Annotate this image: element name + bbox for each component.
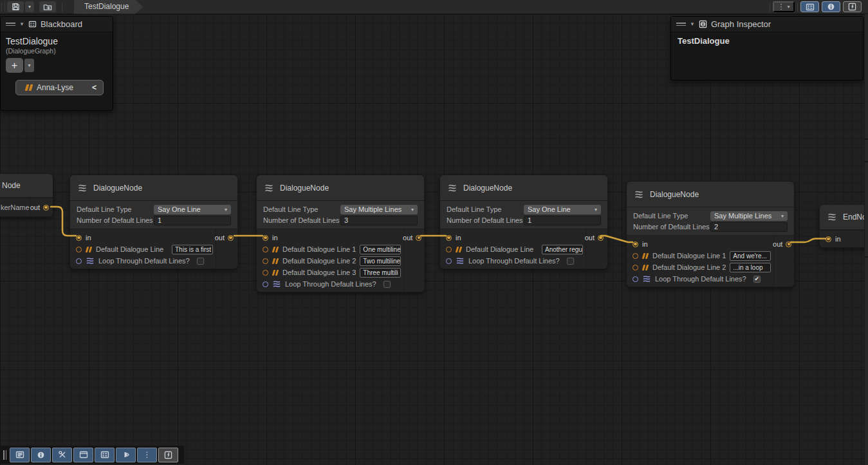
node-properties: Default Line Type Say Multiple Lines ▾ N…	[627, 207, 794, 235]
open-asset-button[interactable]	[39, 1, 56, 12]
dialogue-line-field[interactable]: Another regu	[542, 245, 583, 254]
loop-checkbox[interactable]	[567, 258, 574, 265]
preview-toggle-button[interactable]	[843, 1, 862, 12]
node-title-bar[interactable]: Node	[0, 174, 53, 198]
loop-checkbox[interactable]	[383, 281, 391, 288]
blackboard-icon	[28, 21, 37, 28]
console-button[interactable]	[10, 448, 30, 462]
dialogue-node-3[interactable]: DialogueNode Default Line Type Say One L…	[439, 175, 608, 269]
dialogue-line-port[interactable]	[263, 247, 268, 252]
collapse-arrow-icon[interactable]: ▼	[690, 21, 695, 27]
num-lines-field[interactable]: 1	[154, 216, 231, 225]
panel-title: Graph Inspector	[711, 19, 771, 29]
out-port[interactable]	[786, 242, 791, 247]
field-value: 3	[344, 216, 348, 224]
tools-button[interactable]	[52, 448, 72, 462]
loop-checkbox[interactable]: ✔	[753, 276, 761, 283]
save-button[interactable]	[7, 1, 24, 12]
out-port[interactable]	[228, 235, 234, 241]
preview-button[interactable]	[158, 448, 178, 462]
in-port[interactable]	[633, 242, 638, 247]
line-type-dropdown[interactable]: Say One Line ▾	[154, 205, 231, 214]
line-type-dropdown[interactable]: Say One Line ▾	[524, 205, 601, 214]
num-lines-field[interactable]: 1	[524, 216, 601, 225]
num-lines-field[interactable]: 3	[340, 216, 418, 225]
graph-tab[interactable]: TestDialogue	[74, 0, 143, 14]
dialogue-line-field[interactable]: Three multili	[360, 268, 401, 278]
drag-handle-icon[interactable]	[676, 23, 686, 26]
dialogue-line-label: Default Dialogue Line 1	[282, 245, 356, 253]
node-title-bar[interactable]: DialogueNode	[440, 175, 607, 201]
out-port[interactable]	[416, 235, 421, 241]
in-port[interactable]	[263, 235, 268, 241]
overflow-menu-button[interactable]: ⋮ ▾	[773, 1, 795, 12]
add-variable-button[interactable]: +	[6, 58, 23, 73]
field-value: 1	[158, 216, 162, 224]
loop-port[interactable]	[446, 258, 452, 264]
dialogue-line-field[interactable]: This is a first	[172, 245, 213, 254]
dialogue-node-1[interactable]: DialogueNode Default Line Type Say One L…	[69, 175, 238, 269]
variable-anna-lyse[interactable]: Anna-Lyse <	[15, 80, 104, 95]
graph-inspector-panel[interactable]: ▼ Graph Inspector TestDialogue	[670, 16, 863, 81]
blackboard-header[interactable]: ▼ Blackboard	[1, 17, 113, 32]
inspector-info-icon	[37, 451, 45, 459]
expand-variable-icon[interactable]: <	[92, 83, 97, 92]
dialogue-node-2[interactable]: DialogueNode Default Line Type Say Multi…	[256, 175, 425, 292]
in-port[interactable]	[826, 236, 831, 242]
save-options-button[interactable]: ▾	[25, 1, 34, 12]
blackboard-toggle-button[interactable]	[800, 1, 819, 12]
window-button[interactable]	[73, 448, 93, 462]
dialogue-line-field[interactable]: ...in a loop	[730, 263, 771, 272]
line-type-dropdown[interactable]: Say Multiple Lines ▾	[340, 205, 418, 214]
dialogue-line-field[interactable]: And we're...	[730, 251, 771, 261]
node-title-bar[interactable]: DialogueNode	[70, 175, 237, 201]
overflow-menu-button[interactable]: ⋮	[137, 448, 157, 462]
loop-port[interactable]	[633, 276, 638, 282]
dialogue-line-port[interactable]	[263, 258, 268, 264]
blackboard-panel[interactable]: ▼ Blackboard TestDialogue (DialogueGraph…	[0, 16, 113, 111]
dialogue-line-field[interactable]: Two multiline	[360, 256, 401, 266]
minimap-button[interactable]	[116, 448, 136, 462]
node-title-bar[interactable]: EndNode	[820, 205, 868, 230]
in-port[interactable]	[76, 235, 82, 241]
end-node[interactable]: EndNode in	[819, 204, 868, 248]
out-port-label: out	[30, 204, 40, 211]
graph-canvas[interactable]: Node kerName out DialogueNode Default Li…	[0, 14, 868, 465]
line-type-dropdown[interactable]: Say Multiple Lines ▾	[710, 211, 788, 221]
dialogue-line-field[interactable]: One multiline	[360, 245, 401, 254]
loop-checkbox[interactable]	[197, 258, 204, 265]
add-variable-options-button[interactable]: ▾	[24, 59, 34, 72]
out-port[interactable]	[43, 205, 49, 211]
loop-port[interactable]	[263, 281, 268, 287]
dialogue-line-label: Default Dialogue Line 3	[282, 269, 356, 276]
dropdown-value: Say One Line	[528, 205, 571, 214]
inspector-button[interactable]	[31, 448, 51, 462]
graph-inspector-header[interactable]: ▼ Graph Inspector	[671, 17, 863, 32]
dialogue-line-port[interactable]	[446, 247, 452, 252]
drag-handle-icon[interactable]	[3, 450, 6, 460]
collapse-arrow-icon[interactable]: ▼	[19, 21, 24, 27]
dialogue-line-port[interactable]	[263, 270, 268, 276]
field-value: Three multili	[363, 269, 398, 276]
variable-name: Anna-Lyse	[37, 83, 73, 92]
inspector-toggle-button[interactable]	[822, 1, 840, 12]
quotes-icon	[86, 247, 91, 252]
overflow-menu-icon: ⋮	[777, 3, 784, 10]
start-node[interactable]: Node kerName out	[0, 173, 53, 217]
quotes-icon	[26, 84, 32, 91]
loop-port[interactable]	[76, 258, 82, 264]
window-icon	[79, 451, 88, 459]
dialogue-line-port[interactable]	[633, 265, 638, 270]
out-port[interactable]	[598, 235, 604, 241]
drag-handle-icon[interactable]	[6, 23, 15, 26]
blackboard-button[interactable]	[95, 448, 115, 462]
prop-label: Default Line Type	[633, 212, 710, 220]
node-title-bar[interactable]: DialogueNode	[627, 182, 794, 207]
dialogue-node-4[interactable]: DialogueNode Default Line Type Say Multi…	[626, 181, 795, 287]
num-lines-field[interactable]: 2	[710, 222, 788, 232]
dialogue-line-port[interactable]	[633, 253, 638, 259]
dialogue-line-port[interactable]	[76, 247, 82, 252]
right-edge-scrollbar[interactable]	[864, 14, 868, 465]
in-port[interactable]	[446, 235, 452, 241]
node-title-bar[interactable]: DialogueNode	[257, 175, 424, 201]
